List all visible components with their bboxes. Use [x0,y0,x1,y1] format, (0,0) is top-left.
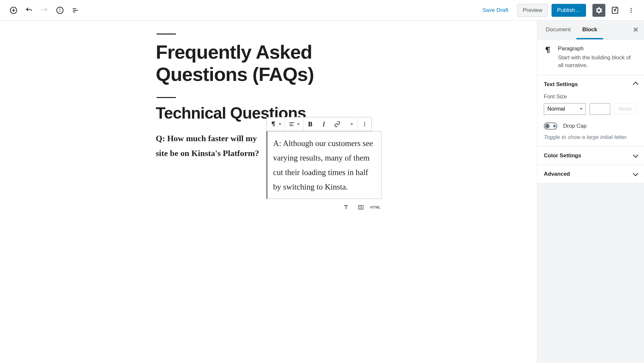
paragraph-icon [270,121,277,127]
content-info-button[interactable] [53,3,67,17]
more-formatting-button[interactable] [344,117,358,131]
settings-button[interactable] [592,4,605,17]
toggle-knob [545,124,550,128]
color-settings-panel[interactable]: Color Settings [537,147,644,165]
color-settings-heading: Color Settings [544,152,581,159]
svg-rect-19 [358,205,363,209]
toolbar-left-group [6,3,82,17]
settings-sidebar: Document Block ✕ Paragraph Start with th… [537,21,644,363]
font-size-label: Font Size [544,93,638,100]
selected-paragraph-block[interactable]: A: Although our customers see varying re… [266,131,381,199]
editor-content: Frequently Asked Questions (FAQs) Techni… [143,34,394,211]
chevron-down-icon [633,171,639,176]
block-navigation-button[interactable] [68,3,82,17]
plus-circle-icon [10,6,17,14]
preview-button[interactable]: Preview [517,4,548,17]
font-size-select[interactable]: Normal [544,103,586,115]
toolbar-right-group: Save Draft Preview Publish… [478,4,638,17]
text-settings-panel: Text Settings Font Size Normal Reset [537,75,644,147]
yoast-icon [611,6,619,15]
editor-canvas[interactable]: Frequently Asked Questions (FAQs) Techni… [0,21,537,363]
add-block-button[interactable] [6,3,21,17]
redo-icon [41,6,48,14]
link-button[interactable] [331,117,344,131]
block-info-description: Start with the building block of all nar… [558,54,638,69]
close-sidebar-button[interactable]: ✕ [630,24,641,36]
more-vertical-icon [628,7,634,14]
text-icon [343,204,349,211]
svg-point-17 [364,124,365,125]
chevron-up-icon [633,82,639,87]
svg-point-10 [630,8,631,9]
main-layout: Frequently Asked Questions (FAQs) Techni… [0,21,644,363]
block-more-options-button[interactable] [358,117,371,131]
question-column[interactable]: Q: How much faster will my site be on Ki… [156,131,266,161]
answer-column: B I [266,131,381,211]
gear-icon [595,7,602,14]
insert-columns-button[interactable] [357,203,365,211]
section-divider [157,97,176,98]
columns-icon [358,204,364,211]
block-toolbar: B I [266,117,372,131]
advanced-panel[interactable]: Advanced [537,165,644,183]
chevron-down-icon [351,123,353,125]
insert-text-button[interactable] [342,203,350,211]
text-settings-heading: Text Settings [544,81,578,88]
editor-top-toolbar: Save Draft Preview Publish… [0,0,644,21]
yoast-seo-button[interactable] [609,4,621,17]
page-title[interactable]: Frequently Asked Questions (FAQs) [156,41,381,85]
drop-cap-hint: Toggle to show a large initial letter. [544,134,638,141]
svg-point-12 [630,12,631,13]
save-draft-link[interactable]: Save Draft [478,7,513,14]
answer-paragraph[interactable]: A: Although our customers see varying re… [273,136,375,194]
toggle-indicator [553,125,556,127]
chevron-down-icon [297,123,300,125]
block-inserter-row: HTML [266,203,381,211]
svg-point-5 [60,9,60,9]
block-info-section: Paragraph Start with the building block … [537,40,644,75]
chevron-down-icon [633,152,639,158]
more-options-button[interactable] [625,4,638,17]
title-divider [157,34,176,34]
list-icon [72,6,79,14]
bold-button[interactable]: B [303,117,317,131]
text-settings-header[interactable]: Text Settings [544,81,638,88]
italic-button[interactable]: I [317,117,331,131]
undo-icon [25,6,33,14]
svg-point-18 [364,125,365,126]
sidebar-tabs: Document Block ✕ [537,21,644,40]
publish-button[interactable]: Publish… [552,4,586,17]
block-info-title: Paragraph [558,45,638,52]
tab-block[interactable]: Block [576,21,603,39]
more-vertical-icon [362,121,368,127]
svg-point-11 [630,10,631,11]
custom-font-size-input[interactable] [590,103,610,115]
tab-document[interactable]: Document [540,21,576,39]
reset-font-size-button[interactable]: Reset [614,103,636,114]
insert-html-button[interactable]: HTML [372,203,380,211]
advanced-heading: Advanced [544,171,570,177]
block-type-switcher[interactable] [267,117,285,131]
redo-button[interactable] [37,3,52,17]
chevron-down-icon [279,123,281,125]
columns-block: Q: How much faster will my site be on Ki… [156,131,381,211]
align-left-icon [289,121,295,127]
align-button[interactable] [285,117,303,131]
close-icon: ✕ [633,26,639,34]
paragraph-icon [544,46,553,55]
undo-button[interactable] [22,3,36,17]
info-icon [56,6,64,14]
svg-point-16 [364,122,365,123]
link-icon [334,121,341,127]
drop-cap-toggle[interactable] [544,123,557,130]
drop-cap-label: Drop Cap [563,123,587,129]
question-paragraph[interactable]: Q: How much faster will my site be on Ki… [156,131,260,161]
